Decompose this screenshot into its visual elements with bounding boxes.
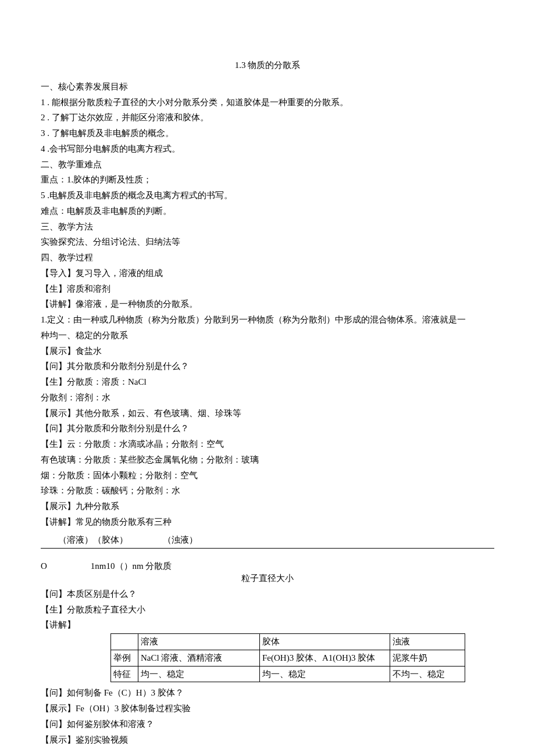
explain-table-intro: 【讲解】 <box>41 618 494 632</box>
methods-content: 实验探究法、分组讨论法、归纳法等 <box>41 235 494 249</box>
section2-heading: 二、教学重难点 <box>41 157 494 172</box>
proc-show-salt: 【展示】食盐水 <box>41 344 494 359</box>
table-row-header: 溶液 胶体 浊液 <box>111 634 465 650</box>
proc-pearl: 珍珠：分散质：碳酸钙；分散剂：水 <box>41 483 494 498</box>
th-solution: 溶液 <box>138 634 260 650</box>
td-feature-label: 特征 <box>111 666 138 682</box>
proc-show-nine: 【展示】九种分散系 <box>41 499 494 514</box>
section4-heading: 四、教学过程 <box>41 250 494 265</box>
proc-intro: 【导入】复习导入，溶液的组成 <box>41 266 494 281</box>
goal-item-2: 2 . 了解丁达尔效应，并能区分溶液和胶体。 <box>41 110 494 125</box>
proc-question-2: 【问】其分散质和分散剂分别是什么？ <box>41 421 494 436</box>
tail-show-video: 【展示】鉴别实验视频 <box>41 733 494 747</box>
table-row-example: 举例 NaCl 溶液、酒精溶液 Fe(OH)3 胶体、A1(OH)3 胶体 泥浆… <box>111 650 465 666</box>
proc-definition-2: 种均一、稳定的分散系 <box>41 328 494 343</box>
proc-show-others: 【展示】其他分散系，如云、有色玻璃、烟、珍珠等 <box>41 406 494 421</box>
axis-top-labels: （溶液）（胶体） （浊液） <box>58 533 494 547</box>
goal-item-1: 1 . 能根据分散质粒子直径的大小对分散系分类，知道胶体是一种重要的分散系。 <box>41 95 494 110</box>
section3-heading: 三、教学方法 <box>41 220 494 234</box>
table-row-feature: 特征 均一、稳定 均一、稳定 不均一、稳定 <box>111 666 465 682</box>
proc-explain-1: 【讲解】像溶液，是一种物质的分散系。 <box>41 297 494 311</box>
proc-explain-three: 【讲解】常见的物质分散系有三种 <box>41 515 494 529</box>
proc-smoke: 烟：分散质：固体小颗粒；分散剂：空气 <box>41 468 494 483</box>
proc-student-1: 【生】溶质和溶剂 <box>41 282 494 296</box>
tail-question-distinguish: 【问】如何鉴别胶体和溶液？ <box>41 717 494 732</box>
goal-item-3: 3 . 了解电解质及非电解质的概念。 <box>41 126 494 141</box>
th-suspension: 浊液 <box>390 634 465 650</box>
document-title: 1.3 物质的分散系 <box>41 58 494 73</box>
td-feature-colloid: 均一、稳定 <box>260 666 390 682</box>
td-example-solution: NaCl 溶液、酒精溶液 <box>138 650 260 666</box>
tail-question-prep: 【问】如何制备 Fe（C）H）3 胶体？ <box>41 686 494 700</box>
goal-item-4: 4 .会书写部分电解质的电离方程式。 <box>41 142 494 156</box>
question-essential: 【问】本质区别是什么？ <box>41 587 494 601</box>
comparison-table: 溶液 胶体 浊液 举例 NaCl 溶液、酒精溶液 Fe(OH)3 胶体、A1(O… <box>110 633 465 682</box>
key-point-line: 重点：1.胶体的判断及性质； <box>41 173 494 187</box>
tail-show-prep: 【展示】Fe（OH）3 胶体制备过程实验 <box>41 701 494 716</box>
td-example-colloid: Fe(OH)3 胶体、A1(OH)3 胶体 <box>260 650 390 666</box>
td-example-label: 举例 <box>111 650 138 666</box>
proc-student-cloud: 【生】云：分散质：水滴或冰晶；分散剂：空气 <box>41 437 494 452</box>
proc-glass: 有色玻璃：分散质：某些胶态金属氧化物；分散剂：玻璃 <box>41 453 494 467</box>
td-feature-solution: 均一、稳定 <box>138 666 260 682</box>
proc-definition-1: 1.定义：由一种或几种物质（称为分散质）分散到另一种物质（称为分散剂）中形成的混… <box>41 313 494 327</box>
proc-dispersant-1: 分散剂：溶剂：水 <box>41 390 494 405</box>
section1-heading: 一、核心素养发展目标 <box>41 80 494 94</box>
td-feature-suspension: 不均一、稳定 <box>390 666 465 682</box>
key-point-5: 5 .电解质及非电解质的概念及电离方程式的书写。 <box>41 188 494 203</box>
axis-line <box>41 547 494 549</box>
student-essential: 【生】分散质粒子直径大小 <box>41 603 494 617</box>
difficulty-line: 难点：电解质及非电解质的判断。 <box>41 204 494 218</box>
th-colloid: 胶体 <box>260 634 390 650</box>
proc-question-1: 【问】其分散质和分散剂分别是什么？ <box>41 359 494 374</box>
proc-student-2: 【生】分散质：溶质：NaCl <box>41 375 494 389</box>
axis-diagram: （溶液）（胶体） （浊液） <box>41 533 494 549</box>
td-example-suspension: 泥浆牛奶 <box>390 650 465 666</box>
th-blank <box>111 634 138 650</box>
